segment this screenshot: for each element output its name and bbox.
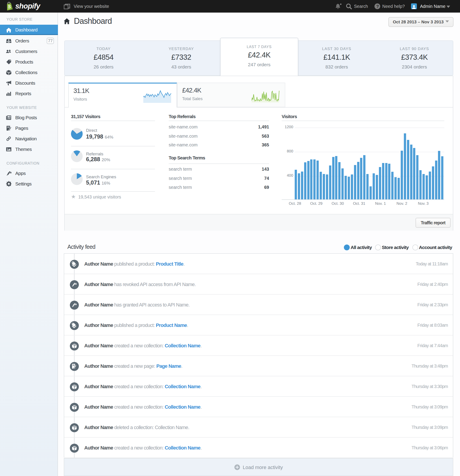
svg-text:S: S xyxy=(8,4,11,9)
svg-text:?: ? xyxy=(376,4,379,9)
